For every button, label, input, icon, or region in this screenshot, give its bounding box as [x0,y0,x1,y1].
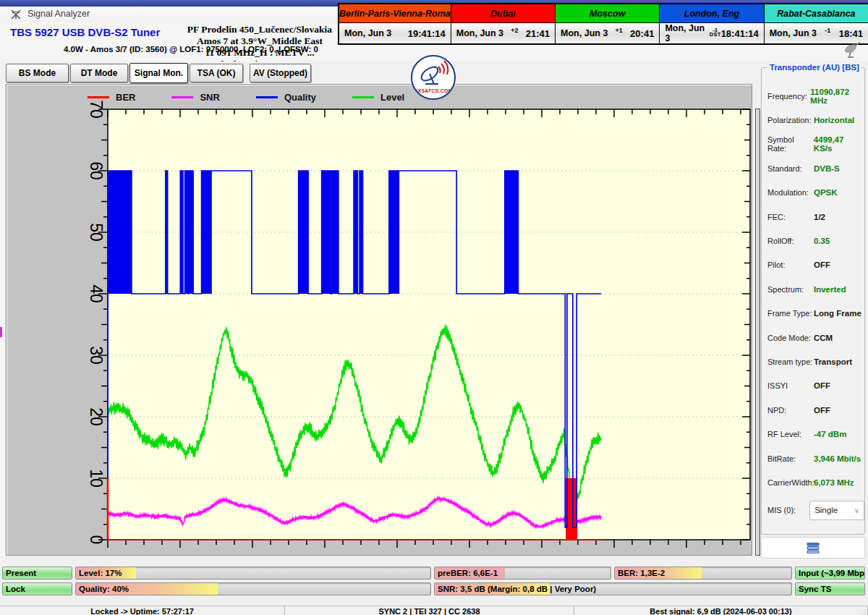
left-gutter [0,84,6,556]
transponder-row-value: OFF [814,406,830,415]
gauge-quality-label: Quality: 40% [79,585,129,593]
chart-scrollbar[interactable] [755,109,760,556]
site-line-1: PF Prodelin 450_Lučenec/Slovakia [181,24,339,35]
transponder-row-value: -47 dBm [814,430,846,438]
legend-item-level: Level [352,92,404,103]
transponder-row-label: Standard: [762,164,814,173]
clock-time-row: Mon, Jun 3+120:41 [556,23,659,43]
transponder-row-value: 11090,872 MHz [810,88,864,105]
transponder-row-value: OFF [814,260,830,269]
site-line-3: 11 091 MHz_H : METV ... [181,47,339,59]
transponder-row-label: FEC: [762,213,814,221]
quality-band [108,171,132,294]
tab-av-stopped-[interactable]: AV (Stopped) [250,64,311,82]
transponder-row-stream-type-: Stream type:Transport [762,349,864,373]
quality-band [332,171,339,294]
transponder-row-label: RF Level: [762,430,814,438]
transponder-row-label: NPD: [762,406,814,415]
transponder-row-value: QPSK [814,188,838,197]
gauge-snr-label: SNR: 3,5 dB (Margin: 0,8 dB | Very Poor) [438,585,596,593]
clock-utc-offset: +2 [511,27,518,34]
gauge-level: Level: 17% [75,567,431,580]
transponder-panel: Transponder (AU) [BS] Frequency:11090,87… [761,67,865,535]
tab-signal-mon-[interactable]: Signal Mon. [129,63,188,83]
resize-grip[interactable]: .: [861,608,867,615]
transponder-panel-title: Transponder (AU) [BS] [767,63,861,72]
quality-band [505,171,519,294]
transponder-row-polarization-: Polarization:Horizontal [762,108,864,132]
quality-band [322,171,331,294]
y-axis-label-40: 40 [87,284,106,303]
transponder-row-label: Frame Type: [762,309,814,318]
clock-city-header: London, Eng [660,4,763,23]
transponder-row-symbol-rate-: Symbol Rate:4499,47 KS/s [762,132,864,156]
gauge-sync-label: Sync TS [799,585,831,593]
dxsatcs-logo: DXSATCS.COM [411,55,456,100]
clock-time: 20:41 [630,28,654,39]
transponder-row-label: Modulation: [762,188,814,197]
legend-label: Quality [284,92,316,103]
mis-dropdown[interactable]: Single ∨ [809,501,864,520]
gauge-lock: Lock [2,582,72,595]
clock-rabat-casablanca: Rabat-CasablancaMon, Jun 3-118:41 [764,4,868,43]
clock-city-label: Moscow [590,9,625,19]
signal-chart: 010203040506070 [7,85,753,556]
legend-item-ber: BER [88,92,135,103]
clock-date: Mon, Jun 3 [561,28,608,38]
mis-row: MIS (0): Single ∨ [762,498,864,522]
chart-legend: BERSNRQualityLevel [88,90,430,104]
transponder-row-value: CCM [814,334,833,342]
transponder-row-label: Stream type: [762,357,814,366]
tuner-name: TBS 5927 USB DVB-S2 Tuner [10,26,160,38]
gauge-quality: Quality: 40% [75,582,431,595]
transponder-row-label: Spectrum: [762,285,814,294]
statusbar: Locked -> Uptime: 57:27:17 SYNC 2 | TEI … [0,606,868,615]
transponder-row-value: Inverted [814,285,846,294]
y-axis-label-10: 10 [87,469,106,488]
transponder-row-npd-: NPD:OFF [762,398,864,422]
gauge-snr: SNR: 3,5 dB (Margin: 0,8 dB | Very Poor) [434,582,792,595]
world-clocks-panel: Berlin-Paris-Vienna-RomaMon, Jun 319:41:… [338,3,868,45]
gauge-level-label: Level: 17% [79,569,122,577]
clock-date: Mon, Jun 3 [344,28,391,38]
transponder-row-label: BitRate: [762,454,814,463]
transponder-rows: Frequency:11090,872 MHzPolarization:Hori… [762,84,864,495]
transponder-row-label: Code Mode: [762,334,814,342]
y-axis-label-0: 0 [87,535,106,545]
clock-city-label: Dubai [490,9,516,19]
tab-tsa-ok-[interactable]: TSA (OK) [190,64,243,82]
transponder-row-value: 3,946 Mbit/s [814,454,861,463]
clock-berlin-paris-vienna-roma: Berlin-Paris-Vienna-RomaMon, Jun 319:41:… [339,4,451,43]
clock-time-row: Mon, Jun 319:41:14 [339,23,451,43]
transponder-row-modulation-: Modulation:QPSK [762,181,864,205]
transponder-row-standard-: Standard:DVB-S [762,156,864,180]
legend-item-snr: SNR [171,92,219,103]
transponder-row-value: 6,073 MHz [814,478,854,487]
legend-label: BER [116,92,135,103]
stream-list-button[interactable] [761,537,865,559]
legend-label: SNR [200,92,219,103]
transponder-row-rf-level-: RF Level:-47 dBm [762,422,864,446]
legend-swatch [171,96,193,98]
clock-city-header: Dubai [451,4,555,23]
transponder-row-frame-type-: Frame Type:Long Frame [762,302,864,326]
transponder-row-fec-: FEC:1/2 [762,205,864,229]
signal-chart-widget: BERSNRQualityLevel 010203040506070 [6,84,752,556]
gauge-lock-label: Lock [6,585,25,593]
transponder-row-value: Long Frame [814,309,861,318]
tab-bs-mode[interactable]: BS Mode [6,64,69,82]
clock-city-label: Berlin-Paris-Vienna-Roma [339,9,451,19]
quality-band [299,171,308,294]
clock-city-header: Berlin-Paris-Vienna-Roma [339,4,451,23]
y-axis-label-30: 30 [87,346,106,365]
transponder-row-carrierwidth-: CarrierWidth:6,073 MHz [762,470,864,494]
clock-dubai: DubaiMon, Jun 3+221:41 [451,4,555,43]
gauge-input: Input (~3,99 Mbps) [795,567,865,580]
clock-utc-offset: +1 [616,27,623,34]
mis-dropdown-value: Single [814,506,838,514]
quality-band [202,171,212,294]
y-axis-label-20: 20 [87,407,106,426]
clock-time: 18:41 [839,28,863,39]
tab-dt-mode[interactable]: DT Mode [70,64,128,82]
transponder-row-value: 1/2 [814,213,825,221]
